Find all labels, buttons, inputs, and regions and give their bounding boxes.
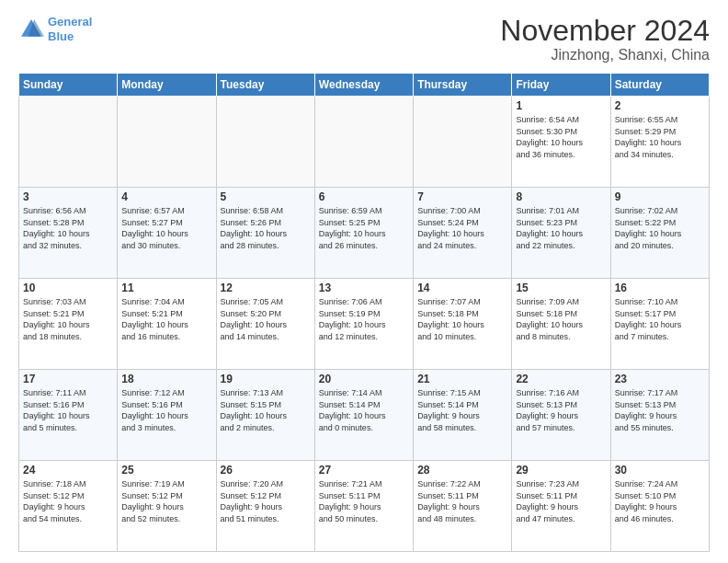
day-number: 19 — [221, 373, 311, 385]
calendar-cell: 11Sunrise: 7:04 AM Sunset: 5:21 PM Dayli… — [118, 279, 216, 370]
day-info: Sunrise: 7:20 AM Sunset: 5:12 PM Dayligh… — [221, 478, 311, 524]
day-info: Sunrise: 7:24 AM Sunset: 5:10 PM Dayligh… — [615, 478, 705, 524]
weekday-header: Saturday — [610, 74, 709, 97]
day-number: 10 — [23, 282, 113, 294]
header: General Blue November 2024 Jinzhong, Sha… — [18, 15, 710, 63]
calendar-week-row: 10Sunrise: 7:03 AM Sunset: 5:21 PM Dayli… — [19, 279, 710, 370]
day-number: 21 — [417, 373, 507, 385]
calendar-cell: 18Sunrise: 7:12 AM Sunset: 5:16 PM Dayli… — [118, 370, 216, 461]
day-number: 8 — [516, 190, 606, 203]
day-number: 28 — [417, 464, 507, 477]
day-number: 4 — [121, 190, 211, 203]
day-info: Sunrise: 7:02 AM Sunset: 5:22 PM Dayligh… — [615, 205, 705, 251]
calendar-cell: 2Sunrise: 6:55 AM Sunset: 5:29 PM Daylig… — [610, 97, 709, 188]
day-info: Sunrise: 7:01 AM Sunset: 5:23 PM Dayligh… — [516, 205, 606, 251]
calendar-cell — [216, 97, 314, 188]
logo-line1: General — [48, 15, 92, 29]
day-number: 3 — [23, 190, 113, 203]
day-number: 18 — [121, 373, 211, 385]
day-info: Sunrise: 7:16 AM Sunset: 5:13 PM Dayligh… — [516, 387, 606, 433]
day-info: Sunrise: 7:13 AM Sunset: 5:15 PM Dayligh… — [221, 387, 311, 433]
calendar-cell: 15Sunrise: 7:09 AM Sunset: 5:18 PM Dayli… — [512, 279, 610, 370]
day-info: Sunrise: 7:19 AM Sunset: 5:12 PM Dayligh… — [121, 478, 211, 524]
calendar-week-row: 3Sunrise: 6:56 AM Sunset: 5:28 PM Daylig… — [19, 188, 710, 279]
calendar-week-row: 24Sunrise: 7:18 AM Sunset: 5:12 PM Dayli… — [19, 461, 710, 552]
calendar-cell — [118, 97, 216, 188]
day-info: Sunrise: 7:12 AM Sunset: 5:16 PM Dayligh… — [121, 387, 211, 433]
calendar-cell: 6Sunrise: 6:59 AM Sunset: 5:25 PM Daylig… — [314, 188, 413, 279]
weekday-header: Thursday — [414, 74, 512, 97]
calendar-cell: 27Sunrise: 7:21 AM Sunset: 5:11 PM Dayli… — [314, 461, 413, 552]
day-info: Sunrise: 7:09 AM Sunset: 5:18 PM Dayligh… — [516, 296, 606, 342]
calendar-cell: 13Sunrise: 7:06 AM Sunset: 5:19 PM Dayli… — [314, 279, 413, 370]
day-info: Sunrise: 7:06 AM Sunset: 5:19 PM Dayligh… — [319, 296, 409, 342]
calendar-cell: 17Sunrise: 7:11 AM Sunset: 5:16 PM Dayli… — [19, 370, 118, 461]
day-number: 20 — [319, 373, 409, 385]
day-number: 7 — [417, 190, 507, 203]
day-number: 16 — [615, 282, 705, 294]
calendar-cell: 8Sunrise: 7:01 AM Sunset: 5:23 PM Daylig… — [512, 188, 610, 279]
calendar-cell: 9Sunrise: 7:02 AM Sunset: 5:22 PM Daylig… — [610, 188, 709, 279]
day-info: Sunrise: 7:14 AM Sunset: 5:14 PM Dayligh… — [319, 387, 409, 433]
calendar-week-row: 1Sunrise: 6:54 AM Sunset: 5:30 PM Daylig… — [19, 97, 710, 188]
location-title: Jinzhong, Shanxi, China — [500, 47, 710, 63]
weekday-header: Friday — [512, 74, 610, 97]
calendar-cell — [414, 97, 512, 188]
calendar-cell: 23Sunrise: 7:17 AM Sunset: 5:13 PM Dayli… — [610, 370, 709, 461]
calendar-table: SundayMondayTuesdayWednesdayThursdayFrid… — [18, 73, 710, 552]
calendar-week-row: 17Sunrise: 7:11 AM Sunset: 5:16 PM Dayli… — [19, 370, 710, 461]
day-number: 26 — [221, 464, 311, 477]
day-number: 14 — [417, 282, 507, 294]
day-number: 22 — [516, 373, 606, 385]
day-number: 25 — [121, 464, 211, 477]
day-number: 12 — [221, 282, 311, 294]
day-info: Sunrise: 7:15 AM Sunset: 5:14 PM Dayligh… — [417, 387, 507, 433]
calendar-cell — [19, 97, 118, 188]
day-number: 30 — [615, 464, 705, 477]
calendar-cell: 1Sunrise: 6:54 AM Sunset: 5:30 PM Daylig… — [512, 97, 610, 188]
day-number: 15 — [516, 282, 606, 294]
calendar-cell: 12Sunrise: 7:05 AM Sunset: 5:20 PM Dayli… — [216, 279, 314, 370]
day-info: Sunrise: 7:05 AM Sunset: 5:20 PM Dayligh… — [221, 296, 311, 342]
day-info: Sunrise: 6:57 AM Sunset: 5:27 PM Dayligh… — [121, 205, 211, 251]
calendar-cell: 22Sunrise: 7:16 AM Sunset: 5:13 PM Dayli… — [512, 370, 610, 461]
day-info: Sunrise: 7:18 AM Sunset: 5:12 PM Dayligh… — [23, 478, 113, 524]
day-number: 17 — [23, 373, 113, 385]
day-number: 9 — [615, 190, 705, 203]
calendar-cell: 3Sunrise: 6:56 AM Sunset: 5:28 PM Daylig… — [19, 188, 118, 279]
day-number: 24 — [23, 464, 113, 477]
day-number: 11 — [121, 282, 211, 294]
logo: General Blue — [18, 15, 92, 43]
day-info: Sunrise: 7:04 AM Sunset: 5:21 PM Dayligh… — [121, 296, 211, 342]
day-info: Sunrise: 7:07 AM Sunset: 5:18 PM Dayligh… — [417, 296, 507, 342]
calendar-cell: 20Sunrise: 7:14 AM Sunset: 5:14 PM Dayli… — [314, 370, 413, 461]
page: General Blue November 2024 Jinzhong, Sha… — [0, 0, 728, 563]
day-info: Sunrise: 6:54 AM Sunset: 5:30 PM Dayligh… — [516, 114, 606, 160]
weekday-header: Monday — [118, 74, 216, 97]
day-number: 13 — [319, 282, 409, 294]
logo-line2: Blue — [48, 29, 74, 43]
weekday-header: Sunday — [19, 74, 118, 97]
calendar-cell: 14Sunrise: 7:07 AM Sunset: 5:18 PM Dayli… — [414, 279, 512, 370]
day-number: 2 — [615, 99, 705, 112]
calendar-header-row: SundayMondayTuesdayWednesdayThursdayFrid… — [19, 74, 710, 97]
day-info: Sunrise: 7:22 AM Sunset: 5:11 PM Dayligh… — [417, 478, 507, 524]
day-info: Sunrise: 7:03 AM Sunset: 5:21 PM Dayligh… — [23, 296, 113, 342]
calendar-cell: 30Sunrise: 7:24 AM Sunset: 5:10 PM Dayli… — [610, 461, 709, 552]
day-info: Sunrise: 6:56 AM Sunset: 5:28 PM Dayligh… — [23, 205, 113, 251]
day-info: Sunrise: 6:58 AM Sunset: 5:26 PM Dayligh… — [221, 205, 311, 251]
day-number: 1 — [516, 99, 606, 112]
day-number: 6 — [319, 190, 409, 203]
logo-text: General Blue — [48, 15, 92, 43]
day-number: 29 — [516, 464, 606, 477]
day-info: Sunrise: 7:00 AM Sunset: 5:24 PM Dayligh… — [417, 205, 507, 251]
calendar-cell: 19Sunrise: 7:13 AM Sunset: 5:15 PM Dayli… — [216, 370, 314, 461]
calendar-cell — [314, 97, 413, 188]
day-info: Sunrise: 7:10 AM Sunset: 5:17 PM Dayligh… — [615, 296, 705, 342]
day-info: Sunrise: 6:59 AM Sunset: 5:25 PM Dayligh… — [319, 205, 409, 251]
month-title: November 2024 — [500, 15, 710, 47]
calendar-cell: 25Sunrise: 7:19 AM Sunset: 5:12 PM Dayli… — [118, 461, 216, 552]
calendar-cell: 24Sunrise: 7:18 AM Sunset: 5:12 PM Dayli… — [19, 461, 118, 552]
day-info: Sunrise: 6:55 AM Sunset: 5:29 PM Dayligh… — [615, 114, 705, 160]
calendar-cell: 29Sunrise: 7:23 AM Sunset: 5:11 PM Dayli… — [512, 461, 610, 552]
